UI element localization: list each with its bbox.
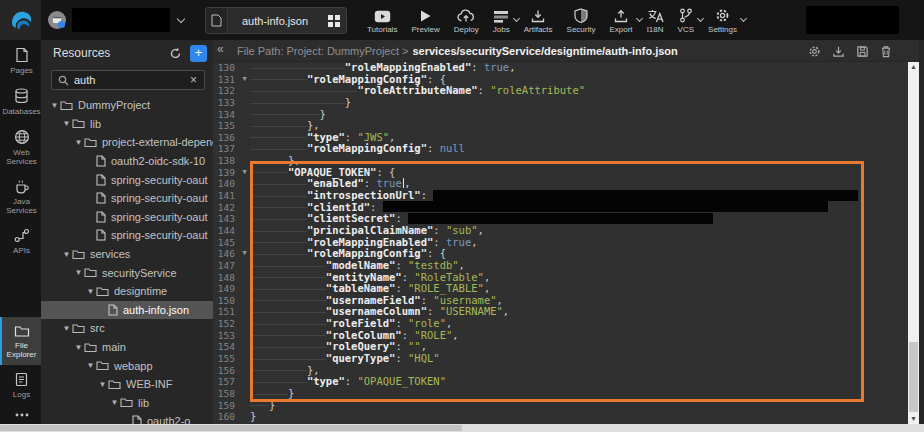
- expand-caret-icon[interactable]: ▼: [97, 380, 108, 389]
- expand-caret-icon[interactable]: ▼: [73, 138, 84, 147]
- sidebar-item-more[interactable]: [0, 405, 41, 424]
- fold-caret-icon[interactable]: ▼: [239, 167, 250, 179]
- code-line-150[interactable]: 150"usernameField": "username",: [213, 295, 908, 307]
- expand-caret-icon[interactable]: ▼: [85, 361, 96, 370]
- trash-icon[interactable]: [880, 45, 892, 58]
- chevron-down-icon[interactable]: [740, 15, 747, 22]
- wavemaker-logo[interactable]: [0, 0, 41, 40]
- save-icon[interactable]: [856, 45, 869, 58]
- code-line-132[interactable]: 132"roleAttributeName": "roleAttribute": [213, 85, 908, 97]
- tool-tutorials[interactable]: Tutorials: [360, 0, 404, 40]
- sidebar-item-java-services[interactable]: Java Services: [0, 172, 41, 221]
- folder-icon: [108, 379, 121, 390]
- tool-i18n[interactable]: I18N: [640, 0, 671, 40]
- code-line-158[interactable]: 158}: [213, 388, 908, 400]
- sidebar-item-apis[interactable]: APIs: [0, 221, 41, 261]
- scroll-down-icon[interactable]: ▼: [910, 414, 917, 424]
- expand-caret-icon[interactable]: ▼: [109, 398, 120, 407]
- code-line-153[interactable]: 153"roleColumn": "ROLE",: [213, 330, 908, 342]
- sidebar-item-logs[interactable]: Logs: [0, 365, 41, 405]
- horizontal-scrollbar-thumb[interactable]: [0, 425, 462, 431]
- tree-file-oauth2-o[interactable]: oauth2-o: [41, 412, 213, 424]
- tree-item-label: services: [90, 248, 130, 260]
- code-line-157[interactable]: 157"type": "OPAQUE_TOKEN": [213, 376, 908, 388]
- tree-folder-main[interactable]: ▼main: [41, 338, 213, 357]
- code-line-152[interactable]: 152"roleField": "role",: [213, 318, 908, 330]
- expand-caret-icon[interactable]: ▼: [61, 119, 72, 128]
- tool-preview[interactable]: Preview: [404, 0, 446, 40]
- apps-grid-icon[interactable]: [322, 15, 346, 27]
- fold-gutter: [239, 120, 250, 132]
- sidebar-item-databases[interactable]: Databases: [0, 81, 41, 122]
- code-line-133[interactable]: 133}: [213, 97, 908, 109]
- settings-gear-icon[interactable]: [808, 45, 821, 58]
- code-line-146[interactable]: 146▼"roleMappingConfig": {: [213, 248, 908, 260]
- tree-folder-services[interactable]: ▼services: [41, 245, 213, 264]
- clear-search-icon[interactable]: ×: [189, 73, 198, 87]
- code-line-160[interactable]: 160}: [213, 411, 908, 423]
- expand-caret-icon[interactable]: ▼: [73, 268, 84, 277]
- code-line-148[interactable]: 148"entityName": "RoleTable",: [213, 272, 908, 284]
- expand-caret-icon[interactable]: ▼: [61, 324, 72, 333]
- code-pane[interactable]: 130"roleMappingEnabled": true,131▼"roleM…: [213, 62, 908, 424]
- fold-caret-icon[interactable]: ▼: [239, 248, 250, 260]
- tree-file-spring-security-oaut[interactable]: spring-security-oaut: [41, 170, 213, 189]
- search-input[interactable]: [74, 74, 189, 86]
- tool-vcs[interactable]: VCS: [671, 0, 701, 40]
- open-file-tab[interactable]: auth-info.json: [205, 7, 347, 34]
- horizontal-scrollbar[interactable]: [0, 424, 924, 432]
- tree-folder-designtime[interactable]: ▼designtime: [41, 282, 213, 301]
- download-file-icon[interactable]: [832, 45, 845, 58]
- project-name-redacted: [72, 8, 170, 32]
- code-text: "type": "OPAQUE_TOKEN": [250, 376, 446, 388]
- expand-caret-icon[interactable]: ▼: [61, 250, 72, 259]
- tree-file-spring-security-oaut[interactable]: spring-security-oaut: [41, 189, 213, 208]
- expand-caret-icon[interactable]: ▼: [49, 101, 60, 110]
- code-line-151[interactable]: 151"usernameColumn": "USERNAME",: [213, 306, 908, 318]
- code-line-147[interactable]: 147"modelName": "testdb",: [213, 260, 908, 272]
- refresh-icon[interactable]: [166, 44, 184, 62]
- expand-caret-icon[interactable]: ▼: [73, 343, 84, 352]
- tree-item-label: src: [90, 322, 105, 334]
- sidebar-item-label: Java Services: [2, 197, 41, 215]
- expand-caret-icon[interactable]: ▼: [85, 287, 96, 296]
- code-line-149[interactable]: 149"tableName": "ROLE_TABLE",: [213, 283, 908, 295]
- project-selector[interactable]: [46, 4, 184, 36]
- window-edge: [919, 40, 924, 424]
- jobs-icon: [493, 7, 509, 23]
- tree-file-spring-security-oaut[interactable]: spring-security-oaut: [41, 208, 213, 227]
- tool-export[interactable]: Export: [602, 0, 639, 40]
- tree-folder-dummyproject[interactable]: ▼DummyProject: [41, 96, 213, 115]
- sidebar-item-web-services[interactable]: Web Services: [0, 122, 41, 172]
- tree-folder-lib[interactable]: ▼lib: [41, 394, 213, 413]
- upload-icon: [614, 7, 628, 23]
- scrollbar-thumb[interactable]: [909, 342, 918, 412]
- chevron-down-icon[interactable]: [177, 14, 185, 22]
- vertical-scrollbar[interactable]: ▲ ▼: [908, 62, 919, 424]
- collapse-panel-icon[interactable]: «: [217, 42, 224, 56]
- code-line-159[interactable]: 159}: [213, 400, 908, 412]
- sidebar-item-file-explorer[interactable]: File Explorer: [0, 317, 41, 365]
- tree-folder-web-inf[interactable]: ▼WEB-INF: [41, 375, 213, 394]
- tree-file-auth-info-json[interactable]: auth-info.json: [41, 301, 213, 320]
- fold-caret-icon[interactable]: ▼: [239, 74, 250, 86]
- tree-folder-securityservice[interactable]: ▼securityService: [41, 263, 213, 282]
- fold-gutter: [239, 388, 250, 400]
- tree-file-spring-security-oaut[interactable]: spring-security-oaut: [41, 226, 213, 245]
- tool-jobs[interactable]: Jobs: [486, 0, 517, 40]
- tree-folder-lib[interactable]: ▼lib: [41, 115, 213, 134]
- code-line-154[interactable]: 154"roleQuery": "",: [213, 341, 908, 353]
- scroll-up-icon[interactable]: ▲: [910, 62, 917, 72]
- translate-icon: [647, 7, 664, 23]
- tree-folder-src[interactable]: ▼src: [41, 319, 213, 338]
- code-line-137[interactable]: 137"roleMappingConfig": null: [213, 143, 908, 155]
- tool-settings[interactable]: Settings: [701, 0, 744, 40]
- tree-file-oauth2-oidc-sdk-10[interactable]: oauth2-oidc-sdk-10: [41, 152, 213, 171]
- tool-artifacts[interactable]: Artifacts: [517, 0, 560, 40]
- tree-folder-project-external-depend[interactable]: ▼project-external-depend: [41, 133, 213, 152]
- add-resource-button[interactable]: +: [190, 45, 207, 62]
- tree-folder-webapp[interactable]: ▼webapp: [41, 356, 213, 375]
- tool-deploy[interactable]: Deploy: [447, 0, 486, 40]
- tool-security[interactable]: Security: [560, 0, 603, 40]
- sidebar-item-pages[interactable]: Pages: [0, 40, 41, 81]
